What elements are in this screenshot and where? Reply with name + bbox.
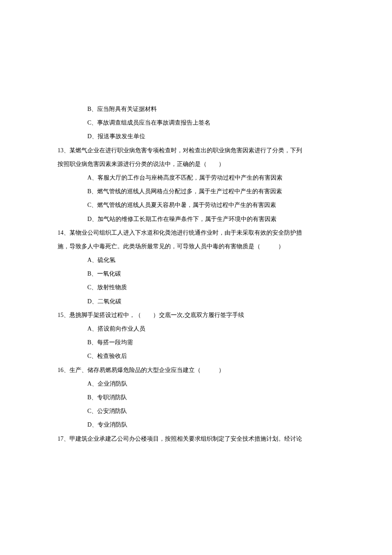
answer-option: A、硫化氢 <box>58 253 334 267</box>
answer-option: B、一氧化碳 <box>58 267 334 281</box>
answer-option: C、放射性物质 <box>58 281 334 294</box>
answer-option: A、搭设前向作业人员 <box>58 322 334 336</box>
answer-option: D、报送事故发生单位 <box>58 130 334 143</box>
answer-option: B、每搭一段均需 <box>58 336 334 349</box>
answer-option: A、企业消防队 <box>58 377 334 391</box>
question-text: 15、悬挑脚手架搭设过程中，（ ）交底一次,交底双方履行签字手续 <box>58 308 334 322</box>
answer-option: D、二氧化碳 <box>58 295 334 308</box>
document-content: B、应当附具有关证据材料C、事故调查组成员应当在事故调查报告上签名D、报送事故发… <box>58 102 334 446</box>
answer-option: D、专业消防队 <box>58 418 334 432</box>
question-text: 14、某物业公司组织工人进入下水道和化粪池进行统通作业时，由于未采取有效的安全防… <box>58 226 334 240</box>
question-text: 按照职业病危害因素来源进行分类的说法中，正确的是（ ） <box>58 157 334 171</box>
answer-option: C、公安消防队 <box>58 404 334 418</box>
question-text: 17、甲建筑企业承建乙公司办公楼项目，按照相关要求组织制定了安全技术措施计划。经… <box>58 432 334 446</box>
answer-option: C、事故调查组成员应当在事故调查报告上签名 <box>58 116 334 130</box>
answer-option: D、加气站的维修工长期工作在噪声条件下，属于生产环境中的有害因素 <box>58 212 334 226</box>
answer-option: B、燃气管线的巡线人员网格点分配过多，属于生产过程中产生的有害因素 <box>58 185 334 198</box>
question-text: 施，导致多人中毒死亡。此类场所最常见的，可导致人员中毒的有害物质是（ ） <box>58 240 334 253</box>
answer-option: C、检查验收后 <box>58 349 334 363</box>
question-text: 16、生产、储存易燃易爆危险品的大型企业应当建立（ ） <box>58 363 334 377</box>
question-text: 13、某燃气企业在进行职业病危害专项检查时，对检查出的职业病危害因素进行了分类，… <box>58 144 334 157</box>
answer-option: A、客服大厅的工作台与座椅高度不匹配，属于劳动过程中产生的有害因素 <box>58 171 334 185</box>
answer-option: B、专职消防队 <box>58 391 334 404</box>
answer-option: B、应当附具有关证据材料 <box>58 102 334 116</box>
answer-option: C、燃气管线的巡线人员夏天容易中暑，属于劳动过程中产生的有害因素 <box>58 198 334 212</box>
